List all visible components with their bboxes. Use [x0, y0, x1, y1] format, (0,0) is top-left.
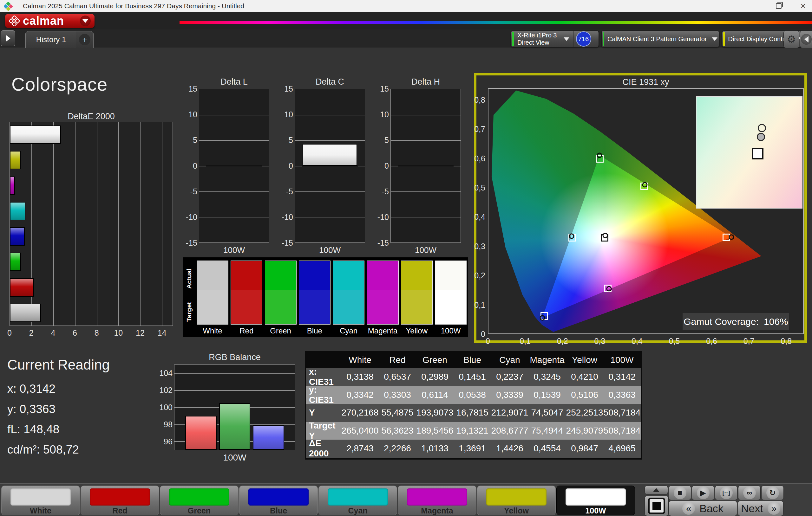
tab-scroll-button[interactable] [1, 30, 15, 46]
gridline [391, 140, 461, 141]
axis-tick-label: 5 [384, 135, 389, 145]
next-button[interactable]: Next » [738, 501, 783, 516]
header-strip: calman [0, 12, 812, 29]
table-cell: 508,7184 [603, 426, 641, 436]
marker-icon: [··] [720, 487, 733, 499]
measured-marker-white [602, 233, 608, 238]
tab-history-1[interactable]: History 1 [25, 31, 77, 48]
swatch-column-yellow: Yellow [401, 261, 433, 335]
swatch-label: Cyan [333, 327, 365, 335]
cie-yticklabels: 00,10,20,30,40,50,60,70,8 [462, 88, 485, 334]
table-cell: 55,4875 [379, 407, 416, 418]
delta-l-xlabel: 100W [199, 245, 269, 255]
pattern-button-label: Red [81, 506, 159, 515]
bar-green [10, 253, 21, 271]
pattern-button-100w[interactable]: 100W [556, 486, 635, 515]
axis-tick-label: 5 [289, 135, 293, 145]
bar-red [10, 278, 34, 297]
pattern-button-yellow[interactable]: Yellow [477, 486, 556, 515]
pattern-swatch [169, 488, 229, 506]
brand-label: calman [23, 14, 80, 28]
pattern-button-white[interactable]: White [1, 486, 80, 515]
swatch-box [401, 261, 433, 325]
meter-reading-badge[interactable]: 716 [576, 31, 591, 47]
axis-tick-label: 5 [193, 135, 197, 145]
table-cell: 0,3339 [491, 390, 528, 400]
minimize-button[interactable] [744, 0, 764, 12]
stop-button[interactable]: ■ [669, 486, 691, 500]
row-label: ΔE 2000 [306, 438, 341, 459]
bar-blue [10, 227, 25, 246]
collapse-panel-button[interactable] [800, 30, 812, 48]
actual-swatch [367, 261, 398, 290]
axis-tick-label: 10 [284, 110, 293, 119]
target-swatch [401, 290, 432, 324]
row-label: Target Y [306, 421, 341, 441]
pattern-window-icon [648, 497, 665, 514]
maximize-button[interactable] [768, 0, 789, 12]
target-swatch [333, 290, 364, 324]
pattern-button-green[interactable]: Green [160, 486, 238, 515]
settings-button[interactable]: ⚙ [783, 30, 799, 48]
back-button[interactable]: « Back [669, 501, 737, 516]
delta-h-title: Delta H [390, 77, 461, 87]
target-swatch [435, 290, 466, 324]
pattern-generator-dropdown[interactable]: CalMAN Client 3 Pattern Generator [601, 30, 719, 48]
cie-xticklabels: 00,10,20,30,40,50,60,70,8 [488, 337, 804, 346]
axis-tick-label: 0 [7, 328, 12, 338]
close-button[interactable]: × [793, 0, 812, 12]
meter-dropdown[interactable]: X-Rite i1Pro 3Direct View 716 [511, 30, 599, 48]
add-tab-button[interactable]: + [76, 31, 93, 48]
column-header: White [341, 355, 379, 365]
gear-icon: ⚙ [787, 33, 796, 45]
meter-dropdown-arrow[interactable] [560, 37, 573, 41]
axis-tick-label: 0,6 [474, 154, 485, 163]
chevron-down-icon [83, 19, 88, 23]
axis-tick-label: 15 [380, 84, 389, 93]
actual-swatch [435, 261, 466, 290]
table-cell: 75,4944 [528, 426, 566, 436]
pattern-button-blue[interactable]: Blue [239, 486, 318, 515]
calman-menu-button[interactable]: calman [5, 14, 94, 28]
reading-y: y:0,3363 [7, 402, 59, 416]
axis-tick-label: 0,8 [781, 337, 792, 346]
axis-tick-label: 0,5 [474, 183, 485, 192]
actual-swatch [401, 261, 432, 290]
table-cell: 4,6965 [603, 444, 641, 454]
display-control-label: Direct Display Control [725, 35, 793, 43]
table-cell: 56,3623 [379, 426, 416, 436]
rainbow-divider [179, 21, 812, 24]
pattern-window-button[interactable] [644, 496, 669, 516]
pattern-up-button[interactable] [644, 486, 668, 494]
pattern-button-red[interactable]: Red [81, 486, 159, 515]
play-button[interactable]: ▶ [692, 486, 714, 500]
refresh-button[interactable]: ↻ [761, 486, 784, 500]
swatch-column-blue: Blue [299, 261, 330, 335]
calman-logo-icon [9, 16, 20, 26]
column-header: Blue [454, 355, 491, 365]
actual-swatch [299, 261, 330, 290]
pattern-generator-dropdown-arrow[interactable] [710, 37, 719, 41]
table-row: Y270,216855,4875193,907316,7815212,90717… [306, 404, 641, 422]
pattern-swatch [249, 488, 309, 506]
table-cell: 1,0133 [416, 444, 454, 454]
gamut-coverage-label: Gamut Coverage: [684, 316, 759, 327]
gridline [199, 217, 269, 217]
axis-tick-label: 98 [164, 420, 173, 429]
axis-tick-label: 2 [29, 328, 34, 338]
marker-button[interactable]: [··] [715, 486, 737, 500]
infinite-button[interactable]: ∞ [738, 486, 761, 500]
brand-menu-arrow[interactable] [80, 16, 91, 26]
actual-row-label: Actual [185, 260, 193, 298]
actual-swatch [265, 261, 296, 290]
bar-row-red [10, 275, 173, 300]
gridline [174, 373, 295, 374]
bar-blue [253, 425, 284, 450]
pattern-button-label: White [2, 506, 80, 515]
pattern-button-magenta[interactable]: Magenta [398, 486, 476, 515]
column-header: Red [379, 355, 416, 365]
target-swatch [197, 290, 228, 324]
swatch-column-white: White [197, 261, 228, 335]
table-cell: 0,9847 [566, 444, 603, 454]
pattern-button-cyan[interactable]: Cyan [318, 486, 397, 515]
